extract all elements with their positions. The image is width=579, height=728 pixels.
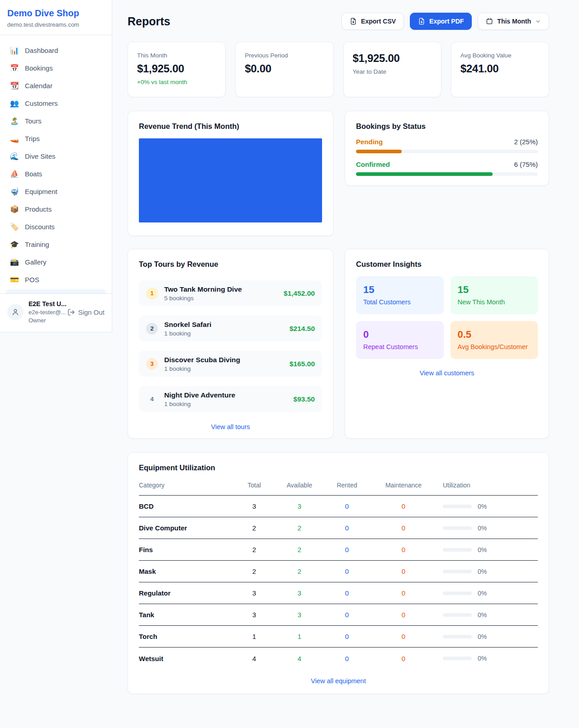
cell-total: 3 [234,589,275,597]
main-content: Reports Export CSV Export PDF This Month [128,0,549,728]
tour-list-item[interactable]: 3 Discover Scuba Diving 1 booking $165.0… [139,351,322,377]
insight-label: New This Month [458,298,531,306]
sidebar-item-label: Equipment [25,188,57,195]
sidebar-item-label: Dive Sites [25,152,56,160]
table-row: Fins 2 2 0 0 0% [139,539,538,561]
brand: Demo Dive Shop demo.test.divestreams.com [0,0,112,35]
revenue-trend-card: Revenue Trend (This Month) [128,111,333,236]
status-value: 2 (25%) [514,138,538,146]
sidebar-item[interactable]: 📊 Dashboard [5,42,106,59]
status-progress-fill [356,150,402,153]
sidebar-item-icon: ⛵ [10,170,19,178]
table-row: Tank 3 3 0 0 0% [139,604,538,626]
cell-available: 1 [275,633,324,640]
sidebar-item-label: Trips [25,135,40,142]
view-all-customers-link[interactable]: View all customers [356,369,538,377]
export-csv-button[interactable]: Export CSV [342,13,404,30]
cell-utilization: 0% [437,633,538,640]
tour-name: Two Tank Morning Dive [164,285,277,293]
table-row: Wetsuit 4 4 0 0 0% [139,648,538,669]
equipment-utilization-title: Equipment Utilization [139,463,538,472]
tour-info: Two Tank Morning Dive 5 bookings [164,285,277,302]
cell-total: 3 [234,611,275,619]
tour-bookings: 1 booking [164,365,283,372]
sidebar-item[interactable]: 🎓 Training [5,236,106,253]
sign-out-label: Sign Out [78,308,104,316]
period-dropdown[interactable]: This Month [478,13,549,30]
stat-label: Previous Period [245,52,324,59]
tour-rank-badge: 1 [146,288,158,299]
sidebar-item-label: Discounts [25,223,55,231]
col-utilization: Utilization [437,482,538,489]
utilization-track [443,505,472,508]
cell-utilization: 0% [437,590,538,597]
status-row: Confirmed 6 (75%) [356,161,538,176]
tour-revenue: $1,452.00 [284,289,315,298]
cell-rented: 0 [324,567,370,575]
brand-title[interactable]: Demo Dive Shop [7,8,104,19]
sidebar-item[interactable]: ⛵ Boats [5,165,106,183]
tour-list-item[interactable]: 2 Snorkel Safari 1 booking $214.50 [139,316,322,341]
stat-delta: +0% vs last month [137,79,216,85]
stat-value: $1,925.00 [353,52,432,65]
export-pdf-button[interactable]: Export PDF [410,13,472,30]
sidebar-item-active-partial[interactable] [5,289,106,293]
table-row: Dive Computer 2 2 0 0 0% [139,517,538,539]
insight-label: Total Customers [363,298,437,306]
sidebar-item-icon: 📦 [10,205,19,213]
logout-icon [67,308,75,316]
sidebar-item[interactable]: 🏝️ Tours [5,112,106,130]
view-all-equipment-link[interactable]: View all equipment [139,677,538,685]
cell-category: Fins [139,546,234,553]
sidebar-item[interactable]: 🤿 Equipment [5,183,106,200]
page-title: Reports [128,15,170,28]
tour-list-item[interactable]: 4 Night Dive Adventure 1 booking $93.50 [139,386,322,412]
insight-label: Repeat Customers [363,343,437,350]
sidebar-item[interactable]: 📆 Calendar [5,77,106,95]
top-tours-card: Top Tours by Revenue 1 Two Tank Morning … [128,249,333,439]
cell-maintenance: 0 [370,524,437,532]
tour-list: 1 Two Tank Morning Dive 5 bookings $1,45… [139,280,322,412]
user-role: Owner [28,317,62,324]
insight-tiles: 15 Total Customers 15 New This Month 0 R… [356,276,538,359]
col-category: Category [139,482,234,489]
sidebar-item[interactable]: 🏷️ Discounts [5,218,106,236]
tour-bookings: 1 booking [164,330,283,337]
sidebar-item[interactable]: 📸 Gallery [5,253,106,271]
col-total: Total [234,482,275,489]
sidebar-item[interactable]: 🌊 Dive Sites [5,147,106,165]
table-row: Regulator 3 3 0 0 0% [139,582,538,604]
tour-rank-badge: 3 [146,358,158,370]
sidebar-item[interactable]: 👥 Customers [5,95,106,112]
cell-utilization: 0% [437,568,538,575]
cell-maintenance: 0 [370,655,437,662]
tour-bookings: 5 bookings [164,295,277,302]
sidebar-item[interactable]: 💳 POS [5,271,106,288]
stat-label: This Month [137,52,216,59]
tour-list-item[interactable]: 1 Two Tank Morning Dive 5 bookings $1,45… [139,280,322,306]
sidebar-item[interactable]: 📦 Products [5,200,106,218]
table-row: Torch 1 1 0 0 0% [139,626,538,648]
tour-rank-badge: 2 [146,323,158,335]
stat-label: Avg Booking Value [460,52,540,59]
view-all-tours-link[interactable]: View all tours [139,423,322,430]
sidebar-item-icon: 🏷️ [10,222,19,231]
sidebar-footer: E2E Test U... e2e-tester@... Owner Sign … [0,293,112,332]
utilization-track [443,548,472,552]
cell-total: 4 [234,655,275,662]
cell-utilization: 0% [437,525,538,532]
sidebar-item-label: Tours [25,117,42,125]
sign-out-button[interactable]: Sign Out [67,308,104,316]
sidebar-item[interactable]: 🚤 Trips [5,130,106,147]
revenue-trend-title: Revenue Trend (This Month) [139,122,322,131]
sidebar-item-label: Training [25,241,49,248]
cell-category: Tank [139,611,234,619]
cell-available: 2 [275,546,324,553]
sidebar-item[interactable]: 📅 Bookings [5,59,106,77]
sidebar-item-label: Gallery [25,258,47,266]
sidebar-item-icon: 💳 [10,275,19,284]
utilization-percent: 0% [478,546,487,553]
cell-maintenance: 0 [370,611,437,619]
tour-info: Snorkel Safari 1 booking [164,321,283,337]
status-progress-fill [356,172,493,176]
